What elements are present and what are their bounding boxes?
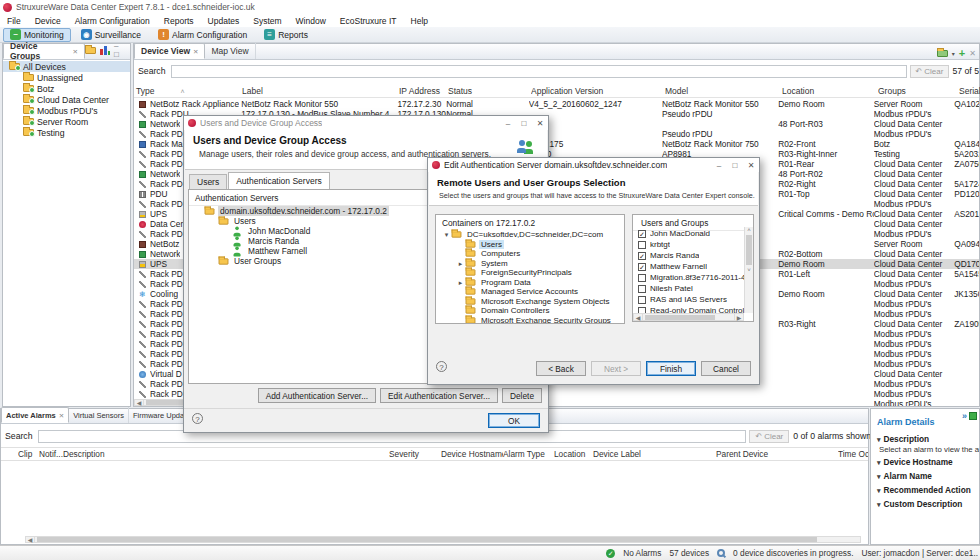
next-button[interactable]: Next > [591,361,641,376]
user-checkbox-item[interactable]: Migration.8f3e7716-2011-43e4- [633,272,744,283]
tab-map-view[interactable]: Map View [205,43,255,59]
dialog-title-bar[interactable]: Edit Authentication Server domain.uksoft… [428,158,759,172]
menu-item[interactable]: Help [404,16,435,26]
checkbox[interactable] [638,241,646,249]
perspective-button[interactable]: Alarm Configuration [151,28,254,42]
column-header[interactable]: Type [134,86,242,96]
tab-users[interactable]: Users [189,174,227,189]
delete-button[interactable]: Delete [502,388,542,403]
column-header[interactable]: Device Hostname [441,449,503,459]
close-icon[interactable]: ✕ [743,161,759,170]
maximize-icon[interactable]: □ [727,161,743,170]
alarms-clear-button[interactable]: ↶Clear [749,430,789,443]
edit-authentication-server-button[interactable]: Edit Authentication Server... [380,388,498,403]
checkbox[interactable] [638,252,646,260]
checkbox[interactable] [638,263,646,271]
add-authentication-server-button[interactable]: Add Authentication Server... [258,388,376,403]
export-folder-icon[interactable] [937,50,948,57]
minimize-icon[interactable]: – [500,119,516,128]
ok-button[interactable]: OK [488,413,540,428]
perspective-button[interactable]: Surveillance [74,28,148,42]
checkbox[interactable] [638,274,646,282]
user-checkbox-item[interactable]: Matthew Farnell [633,261,744,272]
device-group-item[interactable]: Cloud Data Center [3,94,130,105]
device-row[interactable]: NetBotz Rack Appliance NetBotz Rack Moni… [134,99,979,109]
column-header[interactable]: Groups [878,86,959,96]
perspective-button[interactable]: Reports [257,28,315,42]
device-search-input[interactable] [171,65,907,78]
section-header[interactable]: Description [871,431,979,445]
column-header[interactable]: Serial N [959,86,980,96]
device-group-item[interactable]: Botz [3,83,130,94]
column-header[interactable]: Label [242,86,399,96]
menu-item[interactable]: Updates [201,16,247,26]
menu-item[interactable]: Device [28,16,68,26]
expand-icon[interactable] [456,278,465,287]
dialog-title-bar[interactable]: Users and Device Group Access –□✕ [184,116,548,130]
tree-item[interactable]: Managed Service Accounts [436,287,624,297]
menu-item[interactable]: File [0,16,28,26]
user-checkbox-item[interactable]: Read-only Domain Controllers [633,305,744,313]
user-checkbox-item[interactable]: Nilesh Patel [633,283,744,294]
scroll-left-icon[interactable]: ◀ [135,399,144,406]
alarms-hscrollbar[interactable]: ◀ [25,536,861,543]
column-header[interactable]: Device Label [593,449,716,459]
tree-item[interactable]: Domain Controllers [436,306,624,316]
remove-icon[interactable]: ✕ [969,49,976,58]
tab-authentication-servers[interactable]: Authentication Servers [228,172,330,189]
tab-virtual-sensors[interactable]: Virtual Sensors [69,407,129,423]
tree-item[interactable]: DC=uksoftdev,DC=schneider,DC=com [436,230,624,240]
cancel-button[interactable]: Cancel [701,361,751,376]
menu-item[interactable]: EcoStruxure IT [333,16,404,26]
tree-item[interactable]: Microsoft Exchange System Objects [436,297,624,307]
device-group-item[interactable]: Modbus rPDU's [3,105,130,116]
tree-item[interactable]: Program Data [436,278,624,288]
expand-icon[interactable] [456,259,465,268]
tree-item[interactable]: ForeignSecurityPrincipals [436,268,624,278]
checkbox[interactable] [638,230,646,238]
chart-icon[interactable] [100,46,110,55]
dropdown-caret-icon[interactable]: ▾ [952,50,955,57]
users-groups-vscrollbar[interactable]: ˄˅ [744,227,753,313]
device-group-item[interactable]: All Devices [3,61,130,72]
finish-button[interactable]: Finish [646,361,696,376]
tab-device-groups[interactable]: Device Groups [3,43,85,59]
section-header[interactable]: Custom Description [871,496,979,510]
new-folder-icon[interactable] [85,47,96,54]
menu-item[interactable]: Reports [157,16,201,26]
close-icon[interactable]: ✕ [532,119,548,128]
add-icon[interactable]: + [959,47,965,59]
close-tab-icon[interactable] [59,411,64,420]
minimize-icon[interactable]: – [711,161,727,170]
column-header[interactable]: Location [782,86,878,96]
minimize-maximize-icons[interactable]: –□ [114,41,127,59]
tree-item[interactable]: System [436,259,624,269]
column-header[interactable]: Alarm Type [503,449,554,459]
column-header[interactable]: Notif... [39,449,63,459]
column-header[interactable]: Status [448,86,531,96]
checkbox[interactable] [638,296,646,304]
column-header[interactable]: Clip [18,449,39,459]
column-header[interactable]: Application Version [531,86,665,96]
column-header[interactable]: IP Address [399,86,448,96]
column-header[interactable]: Location [554,449,593,459]
scroll-left-icon[interactable]: ◀ [26,536,35,543]
maximize-chevrons-icon[interactable]: » [962,411,966,421]
tree-item[interactable]: Users [436,240,624,250]
section-header[interactable]: Device Hostname [871,454,979,468]
perspective-button[interactable]: Monitoring [3,28,71,42]
device-group-item[interactable]: Testing [3,127,130,138]
checkbox[interactable] [638,285,646,293]
user-checkbox-item[interactable]: krbtgt [633,239,744,250]
device-group-item[interactable]: Server Room [3,116,130,127]
column-header[interactable]: Model [665,86,782,96]
clear-button[interactable]: ↶Clear [910,65,950,78]
expand-icon[interactable] [442,230,451,239]
close-tab-icon[interactable] [73,46,78,56]
help-icon[interactable]: ? [192,413,203,424]
menu-item[interactable]: Alarm Configuration [68,16,157,26]
tab-device-view[interactable]: Device View [134,43,205,59]
tree-item[interactable]: Microsoft Exchange Security Groups [436,316,624,325]
section-header[interactable]: Recommended Action [871,482,979,496]
back-button[interactable]: < Back [536,361,586,376]
